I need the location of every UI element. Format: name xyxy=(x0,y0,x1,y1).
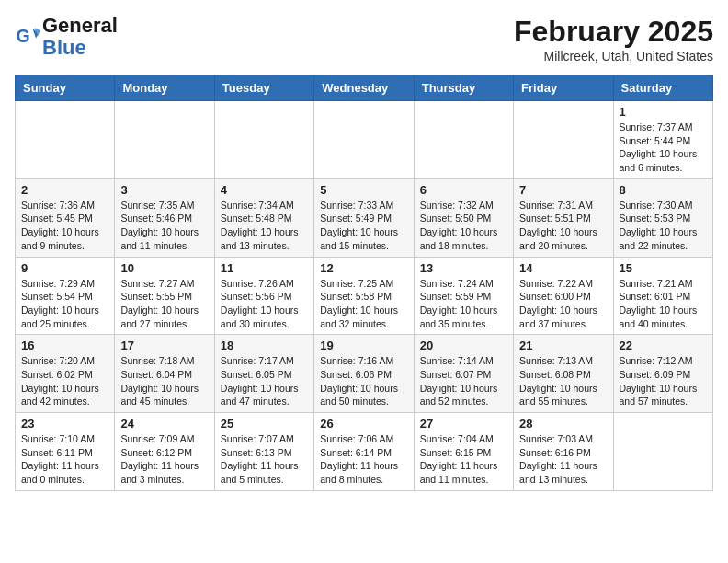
location: Millcreek, Utah, United States xyxy=(514,49,713,63)
calendar-cell xyxy=(613,413,712,491)
day-header-friday: Friday xyxy=(514,75,613,101)
day-info: Sunrise: 7:20 AM Sunset: 6:02 PM Dayligh… xyxy=(21,354,108,408)
day-info: Sunrise: 7:31 AM Sunset: 5:51 PM Dayligh… xyxy=(519,199,607,253)
day-number: 23 xyxy=(21,417,108,431)
day-number: 13 xyxy=(420,261,507,275)
calendar-cell: 23Sunrise: 7:10 AM Sunset: 6:11 PM Dayli… xyxy=(16,413,115,491)
day-header-thursday: Thursday xyxy=(414,75,513,101)
calendar-cell: 20Sunrise: 7:14 AM Sunset: 6:07 PM Dayli… xyxy=(414,335,513,413)
day-number: 5 xyxy=(320,183,407,197)
day-info: Sunrise: 7:26 AM Sunset: 5:56 PM Dayligh… xyxy=(221,277,308,331)
calendar-cell: 17Sunrise: 7:18 AM Sunset: 6:04 PM Dayli… xyxy=(115,335,214,413)
calendar-week-2: 2Sunrise: 7:36 AM Sunset: 5:45 PM Daylig… xyxy=(16,178,713,257)
day-info: Sunrise: 7:29 AM Sunset: 5:54 PM Dayligh… xyxy=(21,277,108,331)
calendar-cell xyxy=(115,101,214,179)
day-info: Sunrise: 7:32 AM Sunset: 5:50 PM Dayligh… xyxy=(420,199,507,253)
calendar-cell xyxy=(214,101,313,179)
calendar-cell: 8Sunrise: 7:30 AM Sunset: 5:53 PM Daylig… xyxy=(613,178,712,257)
day-info: Sunrise: 7:22 AM Sunset: 6:00 PM Dayligh… xyxy=(519,277,607,331)
day-info: Sunrise: 7:04 AM Sunset: 6:15 PM Dayligh… xyxy=(420,432,507,487)
day-info: Sunrise: 7:17 AM Sunset: 6:05 PM Dayligh… xyxy=(221,354,308,408)
day-info: Sunrise: 7:06 AM Sunset: 6:14 PM Dayligh… xyxy=(320,432,407,487)
calendar-cell: 28Sunrise: 7:03 AM Sunset: 6:16 PM Dayli… xyxy=(514,413,613,491)
calendar-cell: 16Sunrise: 7:20 AM Sunset: 6:02 PM Dayli… xyxy=(16,335,115,413)
day-number: 4 xyxy=(221,183,308,197)
day-info: Sunrise: 7:16 AM Sunset: 6:06 PM Dayligh… xyxy=(320,354,407,408)
calendar-cell: 4Sunrise: 7:34 AM Sunset: 5:48 PM Daylig… xyxy=(214,178,313,257)
day-number: 8 xyxy=(620,183,707,197)
calendar-week-4: 16Sunrise: 7:20 AM Sunset: 6:02 PM Dayli… xyxy=(16,335,713,413)
calendar-cell: 26Sunrise: 7:06 AM Sunset: 6:14 PM Dayli… xyxy=(314,413,414,491)
day-number: 2 xyxy=(21,183,108,197)
day-number: 20 xyxy=(420,339,507,352)
day-number: 22 xyxy=(620,339,707,352)
day-info: Sunrise: 7:09 AM Sunset: 6:12 PM Dayligh… xyxy=(120,432,208,487)
day-number: 10 xyxy=(120,261,208,275)
day-info: Sunrise: 7:27 AM Sunset: 5:55 PM Dayligh… xyxy=(120,277,208,331)
logo-text: General Blue xyxy=(42,15,118,59)
day-info: Sunrise: 7:25 AM Sunset: 5:58 PM Dayligh… xyxy=(320,277,407,331)
calendar-cell: 24Sunrise: 7:09 AM Sunset: 6:12 PM Dayli… xyxy=(115,413,214,491)
calendar-cell xyxy=(314,101,414,179)
day-info: Sunrise: 7:07 AM Sunset: 6:13 PM Dayligh… xyxy=(221,432,308,487)
day-info: Sunrise: 7:14 AM Sunset: 6:07 PM Dayligh… xyxy=(420,354,507,408)
page-header: G General Blue February 2025 Millcreek, … xyxy=(15,15,713,63)
day-info: Sunrise: 7:12 AM Sunset: 6:09 PM Dayligh… xyxy=(620,354,707,408)
calendar-cell: 19Sunrise: 7:16 AM Sunset: 6:06 PM Dayli… xyxy=(314,335,414,413)
day-number: 9 xyxy=(21,261,108,275)
day-info: Sunrise: 7:36 AM Sunset: 5:45 PM Dayligh… xyxy=(21,199,108,253)
calendar-cell: 5Sunrise: 7:33 AM Sunset: 5:49 PM Daylig… xyxy=(314,178,414,257)
calendar-cell: 7Sunrise: 7:31 AM Sunset: 5:51 PM Daylig… xyxy=(514,178,613,257)
calendar-cell: 13Sunrise: 7:24 AM Sunset: 5:59 PM Dayli… xyxy=(414,257,513,335)
day-number: 19 xyxy=(320,339,407,352)
calendar-cell: 12Sunrise: 7:25 AM Sunset: 5:58 PM Dayli… xyxy=(314,257,414,335)
day-number: 25 xyxy=(221,417,308,431)
calendar-table: SundayMondayTuesdayWednesdayThursdayFrid… xyxy=(15,75,713,491)
title-block: February 2025 Millcreek, Utah, United St… xyxy=(514,15,713,63)
logo: G General Blue xyxy=(15,15,118,59)
day-info: Sunrise: 7:30 AM Sunset: 5:53 PM Dayligh… xyxy=(620,199,707,253)
calendar-cell xyxy=(414,101,513,179)
calendar-week-1: 1Sunrise: 7:37 AM Sunset: 5:44 PM Daylig… xyxy=(16,101,713,179)
day-info: Sunrise: 7:33 AM Sunset: 5:49 PM Dayligh… xyxy=(320,199,407,253)
day-number: 21 xyxy=(519,339,607,352)
day-info: Sunrise: 7:24 AM Sunset: 5:59 PM Dayligh… xyxy=(420,277,507,331)
day-info: Sunrise: 7:18 AM Sunset: 6:04 PM Dayligh… xyxy=(120,354,208,408)
calendar-cell xyxy=(514,101,613,179)
day-header-saturday: Saturday xyxy=(613,75,712,101)
calendar-cell: 14Sunrise: 7:22 AM Sunset: 6:00 PM Dayli… xyxy=(514,257,613,335)
day-number: 18 xyxy=(221,339,308,352)
calendar-cell: 6Sunrise: 7:32 AM Sunset: 5:50 PM Daylig… xyxy=(414,178,513,257)
calendar-cell: 25Sunrise: 7:07 AM Sunset: 6:13 PM Dayli… xyxy=(214,413,313,491)
day-number: 27 xyxy=(420,417,507,431)
calendar-week-5: 23Sunrise: 7:10 AM Sunset: 6:11 PM Dayli… xyxy=(16,413,713,491)
day-number: 12 xyxy=(320,261,407,275)
day-number: 16 xyxy=(21,339,108,352)
day-number: 28 xyxy=(519,417,607,431)
calendar-cell: 10Sunrise: 7:27 AM Sunset: 5:55 PM Dayli… xyxy=(115,257,214,335)
day-header-monday: Monday xyxy=(115,75,214,101)
calendar-cell: 2Sunrise: 7:36 AM Sunset: 5:45 PM Daylig… xyxy=(16,178,115,257)
day-info: Sunrise: 7:13 AM Sunset: 6:08 PM Dayligh… xyxy=(519,354,607,408)
svg-text:G: G xyxy=(16,26,29,46)
day-info: Sunrise: 7:37 AM Sunset: 5:44 PM Dayligh… xyxy=(620,121,707,175)
calendar-cell: 15Sunrise: 7:21 AM Sunset: 6:01 PM Dayli… xyxy=(613,257,712,335)
calendar-cell: 1Sunrise: 7:37 AM Sunset: 5:44 PM Daylig… xyxy=(613,101,712,179)
day-number: 3 xyxy=(120,183,208,197)
calendar-cell: 9Sunrise: 7:29 AM Sunset: 5:54 PM Daylig… xyxy=(16,257,115,335)
month-title: February 2025 xyxy=(514,15,713,49)
day-header-sunday: Sunday xyxy=(16,75,115,101)
calendar-cell: 18Sunrise: 7:17 AM Sunset: 6:05 PM Dayli… xyxy=(214,335,313,413)
day-number: 1 xyxy=(620,105,707,119)
day-number: 17 xyxy=(120,339,208,352)
day-info: Sunrise: 7:34 AM Sunset: 5:48 PM Dayligh… xyxy=(221,199,308,253)
day-header-tuesday: Tuesday xyxy=(214,75,313,101)
day-info: Sunrise: 7:35 AM Sunset: 5:46 PM Dayligh… xyxy=(120,199,208,253)
calendar-cell: 11Sunrise: 7:26 AM Sunset: 5:56 PM Dayli… xyxy=(214,257,313,335)
day-number: 26 xyxy=(320,417,407,431)
calendar-cell: 21Sunrise: 7:13 AM Sunset: 6:08 PM Dayli… xyxy=(514,335,613,413)
day-info: Sunrise: 7:03 AM Sunset: 6:16 PM Dayligh… xyxy=(519,432,607,487)
day-number: 7 xyxy=(519,183,607,197)
calendar-header-row: SundayMondayTuesdayWednesdayThursdayFrid… xyxy=(16,75,713,101)
calendar-week-3: 9Sunrise: 7:29 AM Sunset: 5:54 PM Daylig… xyxy=(16,257,713,335)
